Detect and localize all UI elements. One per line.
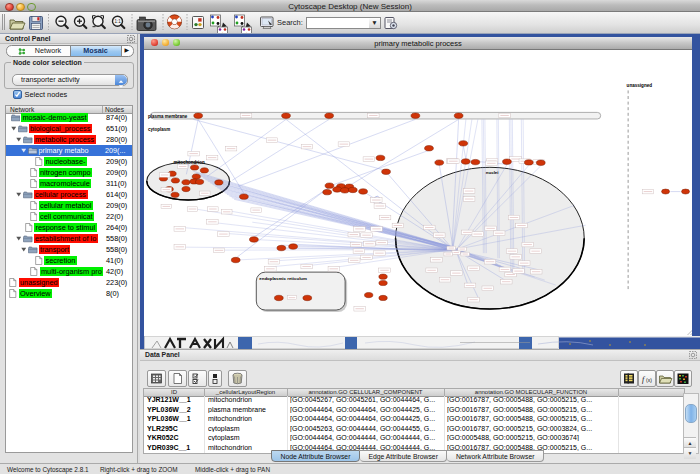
- svg-text:plasma membrane: plasma membrane: [148, 113, 188, 118]
- svg-text:1:1: 1:1: [114, 19, 121, 24]
- svg-text:cytoplasm: cytoplasm: [148, 126, 170, 131]
- svg-text:(x): (x): [646, 377, 652, 383]
- svg-text:endoplasmic reticulum: endoplasmic reticulum: [259, 276, 307, 281]
- svg-text:nuclei: nuclei: [486, 169, 499, 174]
- svg-text:unassigned: unassigned: [627, 83, 653, 88]
- svg-text:mitochondrion: mitochondrion: [173, 159, 205, 164]
